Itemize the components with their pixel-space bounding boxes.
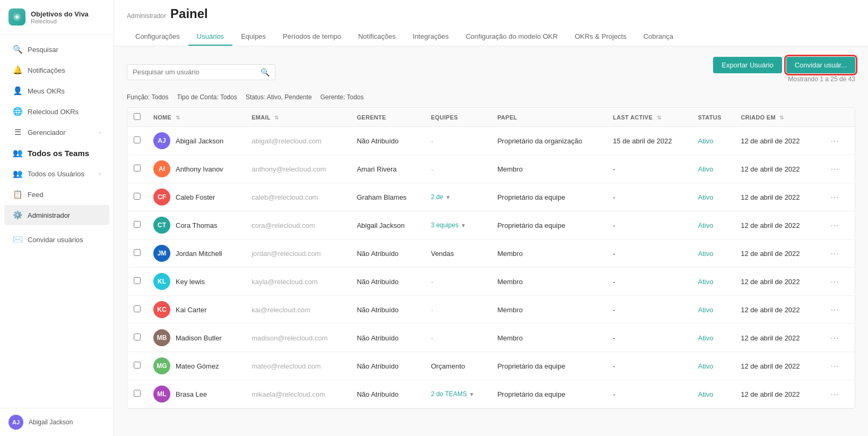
gerente-value: Não Atribuído: [357, 250, 398, 258]
more-button[interactable]: ⋯: [826, 359, 843, 373]
user-name[interactable]: Abigail Jackson: [176, 137, 223, 145]
criado-em-value: 12 de abril de 2022: [741, 193, 800, 201]
teams-dropdown[interactable]: 2 do TEAMS ▼: [431, 390, 484, 398]
sidebar-item-feed[interactable]: 📋 Feed: [4, 184, 109, 204]
gerente-value: Não Atribuído: [357, 306, 398, 314]
export-button[interactable]: Exportar Usuário: [713, 57, 782, 73]
sidebar-item-todos-teams[interactable]: 👥 Todos os Teams: [4, 143, 109, 163]
row-checkbox[interactable]: [134, 362, 141, 369]
last-active-value: -: [613, 165, 615, 173]
nome-cell: AI Anthony Ivanov: [147, 155, 245, 183]
more-button[interactable]: ⋯: [826, 246, 843, 261]
tab-integracoes[interactable]: Integrações: [404, 28, 457, 46]
search-input[interactable]: [133, 68, 256, 76]
filter-status[interactable]: Status: Ativo, Pendente: [246, 93, 312, 101]
filter-gerente[interactable]: Gerente: Todos: [320, 93, 364, 101]
last-active-value: -: [613, 278, 615, 286]
sidebar-item-gerenciador[interactable]: ☰ Gerenciador ›: [4, 122, 109, 142]
th-nome[interactable]: NOME ⇅: [147, 108, 245, 127]
row-checkbox[interactable]: [134, 249, 141, 256]
filter-tipo-conta[interactable]: Tipo de Conta: Todos: [177, 93, 237, 101]
row-checkbox[interactable]: [134, 305, 141, 312]
email-cell: mikaela@relecloud.com: [245, 380, 350, 408]
email-value: anthony@relecloud.com: [251, 165, 326, 173]
th-criado-em[interactable]: CRIADO EM ⇅: [734, 108, 819, 127]
criado-em-cell: 12 de abril de 2022: [734, 155, 819, 183]
more-button[interactable]: ⋯: [826, 331, 843, 345]
papel-cell: Membro: [491, 155, 606, 183]
papel-value: Membro: [497, 250, 523, 258]
papel-value: Proprietário da equipe: [497, 362, 565, 370]
user-name[interactable]: Kai Carter: [176, 306, 207, 314]
main-content: Administrador Painel Configurações Usuár…: [114, 0, 868, 436]
user-name[interactable]: Anthony Ivanov: [176, 165, 223, 173]
tab-cobranca[interactable]: Cobrança: [635, 28, 682, 46]
user-name[interactable]: Jordan Mitchell: [176, 250, 222, 258]
tab-bar: Configurações Usuários Equipes Períodos …: [127, 28, 855, 46]
tab-notificacoes[interactable]: Notificações: [350, 28, 404, 46]
user-name[interactable]: Madison Butler: [176, 334, 222, 342]
row-checkbox[interactable]: [134, 277, 141, 284]
more-button[interactable]: ⋯: [826, 218, 843, 233]
tab-usuarios[interactable]: Usuários: [188, 28, 232, 46]
row-checkbox[interactable]: [134, 193, 141, 200]
row-checkbox[interactable]: [134, 221, 141, 228]
sidebar-item-pesquisar[interactable]: 🔍 Pesquisar: [4, 39, 109, 59]
tab-periodos[interactable]: Períodos de tempo: [274, 28, 350, 46]
avatar: AJ: [8, 415, 23, 430]
th-email[interactable]: EMAIL ⇅: [245, 108, 350, 127]
row-checkbox[interactable]: [134, 334, 141, 340]
sidebar-item-administrador[interactable]: ⚙️ Administrador: [4, 205, 109, 225]
table-header-row: NOME ⇅ EMAIL ⇅ GERENTE Equipes PAPEL LAS…: [127, 108, 855, 127]
row-checkbox[interactable]: [134, 165, 141, 172]
row-checkbox[interactable]: [134, 390, 141, 397]
user-name[interactable]: Brasa Lee: [176, 390, 207, 398]
toolbar: 🔍 Exportar Usuário Convidar usuár... Mos…: [127, 57, 855, 87]
sidebar-item-todos-usuarios[interactable]: 👥 Todos os Usuários ›: [4, 164, 109, 184]
tab-okrs-projects[interactable]: OKRs & Projects: [566, 28, 635, 46]
user-name[interactable]: Caleb Foster: [176, 193, 215, 201]
sidebar-item-convidar[interactable]: ✉️ Convidar usuários: [4, 229, 109, 250]
tab-modelo-okr[interactable]: Configuração do modelo OKR: [457, 28, 566, 46]
search-box[interactable]: 🔍: [127, 64, 275, 80]
user-cell: MB Madison Butler: [153, 329, 239, 346]
gerente-cell: Abigail Jackson: [350, 211, 424, 240]
select-all-checkbox[interactable]: [134, 113, 141, 120]
tab-configuracoes[interactable]: Configurações: [127, 28, 188, 46]
more-button[interactable]: ⋯: [826, 387, 843, 401]
more-button[interactable]: ⋯: [826, 134, 843, 148]
search-icon: 🔍: [261, 68, 270, 76]
gerente-cell: Graham Blames: [350, 183, 424, 211]
more-button[interactable]: ⋯: [826, 303, 843, 317]
teams-dropdown[interactable]: 2 de ▼: [431, 193, 484, 201]
more-button[interactable]: ⋯: [826, 190, 843, 204]
user-name[interactable]: Key lewis: [176, 278, 205, 286]
avatar: CT: [153, 217, 170, 234]
th-gerente: GERENTE: [350, 108, 424, 127]
th-equipes: Equipes: [424, 108, 491, 127]
sidebar-item-relecloud-okrs[interactable]: 🌐 Relecloud OKRs: [4, 101, 109, 122]
more-button[interactable]: ⋯: [826, 162, 843, 176]
papel-value: Proprietário da equipe: [497, 390, 565, 398]
row-checkbox[interactable]: [134, 136, 141, 143]
sidebar-item-notificacoes[interactable]: 🔔 Notificações: [4, 60, 109, 80]
app-title: Objetivos do Viva: [31, 10, 89, 18]
user-name[interactable]: Mateo Gómez: [176, 362, 219, 370]
sidebar-item-meus-okrs[interactable]: 👤 Meus OKRs: [4, 81, 109, 101]
status-cell: Ativo: [691, 127, 734, 155]
invite-button[interactable]: Convidar usuár...: [786, 57, 855, 73]
equipes-cell: -: [424, 296, 491, 324]
email-cell: caleb@relecloud.com: [245, 183, 350, 211]
teams-dropdown[interactable]: 3 equipes ▼: [431, 221, 484, 229]
papel-cell: Membro: [491, 240, 606, 268]
filter-funcao[interactable]: Função: Todos: [127, 93, 169, 101]
tab-equipes[interactable]: Equipes: [232, 28, 274, 46]
gerente-value: Não Atribuído: [357, 137, 398, 145]
teams-count: 3 equipes: [431, 221, 458, 229]
row-checkbox-cell: [127, 324, 147, 352]
more-button[interactable]: ⋯: [826, 275, 843, 289]
teams-value: -: [431, 334, 433, 342]
criado-em-cell: 12 de abril de 2022: [734, 324, 819, 352]
user-name[interactable]: Cora Thomas: [176, 221, 218, 229]
th-last-active[interactable]: LAST ACTIVE ⇅: [606, 108, 691, 127]
